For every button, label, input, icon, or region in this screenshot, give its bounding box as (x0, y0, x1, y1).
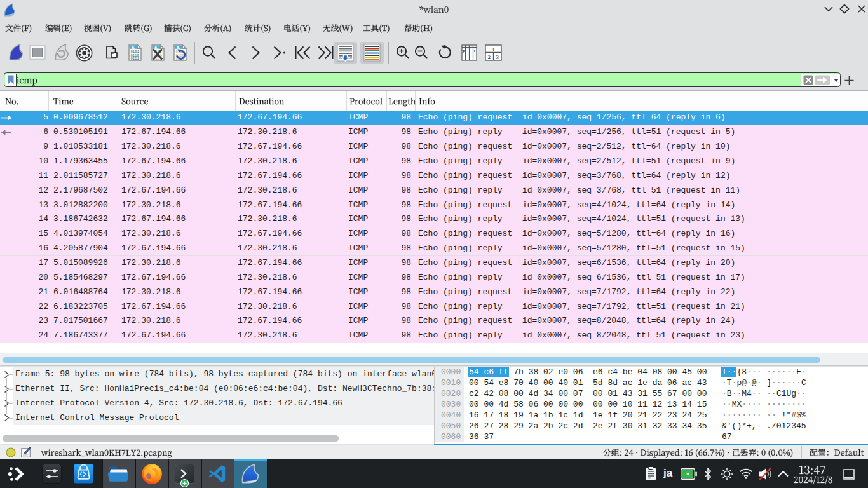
svg-text:0111: 0111 (130, 57, 139, 61)
svg-text:1: 1 (492, 46, 495, 53)
svg-text:3: 3 (496, 54, 499, 60)
svg-text:2: 2 (488, 54, 491, 60)
